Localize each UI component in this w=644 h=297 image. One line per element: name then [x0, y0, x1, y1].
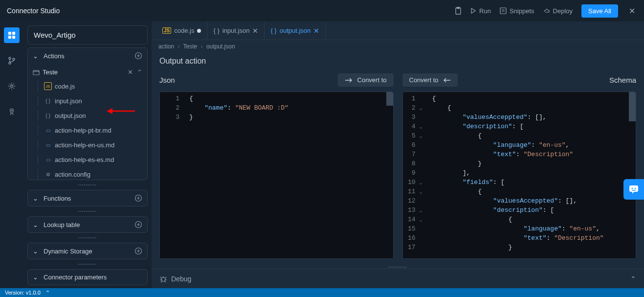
- tab-code-js[interactable]: JScode.js: [156, 22, 207, 40]
- fold-icon[interactable]: ⌄: [418, 207, 422, 213]
- panel-lookup-label: Lookup table: [44, 221, 80, 228]
- convert-to-schema-button[interactable]: Convert to: [338, 73, 394, 87]
- svg-rect-5: [8, 36, 11, 39]
- chat-widget[interactable]: [623, 179, 644, 200]
- file-item-input-json[interactable]: { }input.json: [28, 93, 147, 108]
- run-button[interactable]: Run: [470, 7, 491, 15]
- fold-icon[interactable]: ⌄: [418, 105, 422, 111]
- rocket-icon: [8, 108, 16, 115]
- panel-storage-header[interactable]: ⌄ Dynamic Storage: [28, 243, 147, 259]
- breadcrumb-file: output.json: [206, 43, 235, 50]
- close-icon[interactable]: ✕: [252, 27, 258, 35]
- tab-bar: JScode.js{ }input.json✕{ }output.json✕: [152, 22, 644, 40]
- activity-branch[interactable]: [4, 53, 20, 69]
- chevron-down-icon: ⌄: [33, 52, 40, 60]
- deploy-icon: [543, 7, 550, 14]
- grid-icon: [8, 31, 16, 39]
- svg-rect-13: [33, 70, 39, 75]
- chat-icon: [628, 184, 639, 195]
- svg-point-11: [11, 110, 12, 111]
- panel-storage-label: Dynamic Storage: [44, 248, 92, 255]
- file-item-action-help-es-es-md[interactable]: ▭action-help-es-es.md: [28, 152, 147, 167]
- fold-icon[interactable]: ⌄: [418, 124, 422, 130]
- file-name: action-help-es-es.md: [55, 156, 114, 163]
- file-item-action-help-pt-br-md[interactable]: ▭action-help-pt-br.md: [28, 123, 147, 137]
- fold-icon[interactable]: ⌄: [418, 189, 422, 195]
- fold-icon[interactable]: ⌄: [418, 180, 422, 185]
- project-name: Wevo_Artigo: [27, 25, 148, 45]
- activity-settings[interactable]: [4, 78, 20, 94]
- version-expand[interactable]: ⌃: [45, 290, 50, 296]
- add-function-button[interactable]: [134, 194, 142, 202]
- breadcrumb[interactable]: action › Teste › output.json: [152, 40, 644, 53]
- debug-expand[interactable]: ⌃: [630, 275, 636, 283]
- folder-teste[interactable]: Teste ✕ ⌃: [28, 66, 147, 79]
- deploy-button[interactable]: Deploy: [543, 7, 573, 15]
- scrollbar[interactable]: [629, 92, 636, 258]
- convert-to-json-button[interactable]: Convert to: [402, 73, 458, 87]
- play-icon: [470, 8, 476, 14]
- debug-bar[interactable]: Debug ⌃: [152, 269, 644, 288]
- activity-connectors[interactable]: [4, 27, 20, 43]
- braces-icon: { }: [270, 27, 276, 34]
- panel-actions-label: Actions: [44, 52, 65, 60]
- activity-rocket[interactable]: [4, 104, 20, 119]
- panel-functions-header[interactable]: ⌄ Functions: [28, 190, 147, 206]
- arrow-left-icon: [443, 78, 451, 83]
- json-editor-col: Json Convert to 123 { "name": "NEW BOARD…: [159, 71, 394, 259]
- run-label: Run: [479, 7, 491, 15]
- tab-output-json[interactable]: { }output.json✕: [265, 22, 326, 40]
- close-icon[interactable]: ✕: [313, 27, 319, 35]
- panel-actions-header[interactable]: ⌄ Actions: [28, 48, 147, 64]
- arrow-right-icon: [345, 78, 353, 83]
- folder-collapse[interactable]: ⌃: [137, 69, 142, 76]
- folder-icon: [33, 69, 40, 76]
- tab-label: output.json: [280, 27, 311, 34]
- panel-params-header[interactable]: ⌄ Connector parameters: [28, 270, 147, 285]
- tab-label: code.js: [174, 27, 194, 34]
- scrollbar[interactable]: [386, 92, 393, 258]
- panel-lookup-header[interactable]: ⌄ Lookup table: [28, 217, 147, 232]
- svg-point-7: [9, 57, 11, 59]
- chevron-down-icon: ⌄: [33, 248, 40, 255]
- close-button[interactable]: ✕: [627, 6, 637, 16]
- braces-icon: { }: [213, 27, 219, 34]
- snippets-button[interactable]: Snippets: [500, 7, 534, 15]
- svg-rect-3: [8, 32, 11, 35]
- clipboard-icon: [455, 7, 462, 15]
- file-name: action-help-pt-br.md: [55, 127, 111, 134]
- svg-point-19: [632, 188, 633, 189]
- file-item-output-json[interactable]: { }output.json: [28, 108, 147, 123]
- snippets-icon: [500, 7, 507, 14]
- tab-input-json[interactable]: { }input.json✕: [207, 22, 265, 40]
- separator: ••••••••••: [27, 263, 148, 266]
- resize-handle[interactable]: ••••••••••: [152, 265, 644, 269]
- schema-editor[interactable]: 12⌄34⌄5⌄678910⌄11⌄1213⌄14⌄151617 { { "va…: [402, 91, 637, 259]
- debug-label: Debug: [171, 275, 191, 283]
- clipboard-button[interactable]: [455, 7, 462, 15]
- convert-label: Convert to: [357, 76, 387, 84]
- svg-rect-4: [12, 32, 15, 35]
- add-action-button[interactable]: [134, 52, 142, 60]
- add-lookup-button[interactable]: [134, 221, 142, 228]
- folder-close[interactable]: ✕: [128, 69, 133, 76]
- schema-editor-col: Schema Convert to 12⌄34⌄5⌄678910⌄11⌄1213…: [402, 71, 637, 259]
- file-name: action.config: [55, 171, 90, 178]
- version-label: Version: v1.0.0: [5, 290, 41, 296]
- json-editor[interactable]: 123 { "name": "NEW BOARD :D"}: [159, 91, 394, 259]
- svg-point-17: [161, 277, 165, 281]
- deploy-label: Deploy: [553, 7, 573, 15]
- fold-icon[interactable]: ⌄: [418, 133, 422, 139]
- add-storage-button[interactable]: [134, 247, 142, 255]
- file-item-action-help-en-us-md[interactable]: ▭action-help-en-us.md: [28, 137, 147, 152]
- breadcrumb-action: action: [158, 43, 174, 50]
- fold-icon[interactable]: ⌄: [418, 217, 422, 223]
- file-name: output.json: [55, 112, 86, 119]
- folder-label: Teste: [43, 69, 58, 76]
- file-item-action-config[interactable]: ⚙action.config: [28, 167, 147, 180]
- panel-functions-label: Functions: [44, 195, 71, 202]
- separator: ••••••••••: [27, 183, 148, 186]
- save-all-button[interactable]: Save All: [581, 4, 618, 18]
- file-item-code-js[interactable]: JScode.js: [28, 79, 147, 93]
- panel-params: ⌄ Connector parameters: [27, 269, 148, 285]
